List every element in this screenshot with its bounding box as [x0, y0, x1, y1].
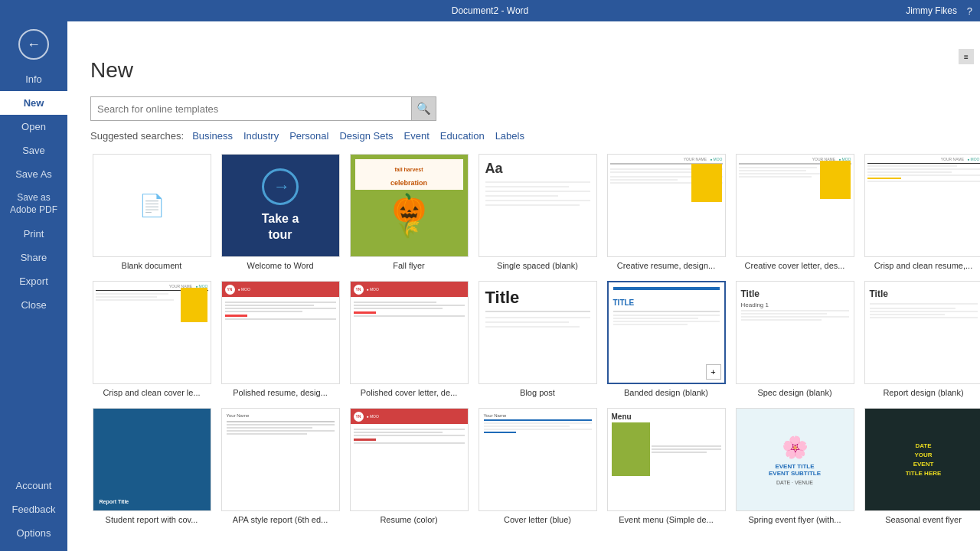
back-button[interactable]: ←: [18, 29, 49, 60]
template-event-menu-label: Event menu (Simple de...: [619, 515, 714, 524]
template-spring-event[interactable]: 🌸 EVENT TITLEEVENT SUBTITLE DATE · VENUE…: [733, 408, 856, 524]
template-creative-cover-label: Creative cover letter, des...: [745, 261, 845, 270]
template-grid: 📄 Blank document → Take atour Welcome to…: [90, 154, 957, 524]
sidebar-item-saveas[interactable]: Save As: [0, 162, 67, 186]
template-polished-cover-label: Polished cover letter, de...: [361, 388, 458, 397]
template-seasonal-flyer-label: Seasonal event flyer: [885, 515, 962, 524]
template-banded-label: Banded design (blank): [624, 388, 708, 397]
template-crisp-resume-label: Crisp and clean resume,...: [874, 261, 972, 270]
window-title: Document2 - Word: [452, 5, 528, 16]
template-creative-cover[interactable]: YOUR NAME ● MOO Creative cover letter, d…: [733, 154, 856, 270]
template-blog-label: Blog post: [520, 388, 555, 397]
template-blank-label: Blank document: [122, 261, 182, 270]
search-button[interactable]: 🔍: [412, 96, 436, 121]
template-polished-resume-label: Polished resume, desig...: [233, 388, 328, 397]
template-single-spaced[interactable]: Aa Single spaced (blank): [476, 154, 599, 270]
template-student-report[interactable]: Report Title Student report with cov...: [90, 408, 213, 524]
template-blog[interactable]: Title ≡ Blog post: [476, 281, 599, 397]
template-fall-label: Fall flyer: [393, 261, 425, 270]
help-button[interactable]: ?: [967, 5, 972, 17]
template-polished-cover[interactable]: YN ● MOO Polished cover letter, de...: [348, 281, 470, 397]
page-title: New: [90, 58, 957, 83]
template-report-design-label: Report design (blank): [883, 388, 963, 397]
sidebar-item-info[interactable]: Info: [0, 67, 67, 91]
tag-personal[interactable]: Personal: [287, 130, 331, 142]
template-event-menu[interactable]: Menu Event menu (Simple de...: [605, 408, 727, 524]
sidebar-item-open[interactable]: Open: [0, 115, 67, 139]
tag-education[interactable]: Education: [438, 130, 487, 142]
template-report-design[interactable]: Title Report design (blank): [862, 281, 980, 397]
template-resume-color[interactable]: YN ● MOO Resume (color): [348, 408, 470, 524]
tag-event[interactable]: Event: [402, 130, 432, 142]
template-spring-event-label: Spring event flyer (with...: [748, 515, 841, 524]
template-crisp-cover[interactable]: YOUR NAME ● MOO Crisp and clean cover le…: [90, 281, 213, 397]
sidebar-item-account[interactable]: Account: [0, 474, 67, 497]
sidebar-item-print[interactable]: Print: [0, 222, 67, 246]
sidebar-item-new[interactable]: New: [0, 91, 67, 115]
template-seasonal-flyer[interactable]: DATEYOUREVENTTITLE HERE Seasonal event f…: [862, 408, 980, 524]
tag-industry[interactable]: Industry: [241, 130, 281, 142]
template-polished-resume[interactable]: YN ● MOO Polished resume, desig...: [219, 281, 341, 397]
tag-designsets[interactable]: Design Sets: [337, 130, 395, 142]
template-blank[interactable]: 📄 Blank document: [90, 154, 213, 270]
suggested-label: Suggested searches:: [90, 130, 184, 142]
template-apa-label: APA style report (6th ed...: [233, 515, 328, 524]
template-spec-label: Spec design (blank): [757, 388, 831, 397]
template-apa[interactable]: Your Name APA style report (6th ed...: [219, 408, 341, 524]
template-creative-resume[interactable]: YOUR NAME ● MOO Creative resume, design.…: [605, 154, 727, 270]
template-tour-label: Welcome to Word: [247, 261, 313, 270]
search-input[interactable]: [90, 96, 412, 121]
template-crisp-resume[interactable]: YOUR NAME ● MOO Crisp and clean resume,.…: [862, 154, 980, 270]
tag-business[interactable]: Business: [190, 130, 235, 142]
template-cover-blue-label: Cover letter (blue): [504, 515, 571, 524]
template-spec[interactable]: Title Heading 1 Spec design (blank): [733, 281, 856, 397]
sidebar-item-feedback[interactable]: Feedback: [0, 497, 67, 521]
sidebar-item-saveaspdf[interactable]: Save as Adobe PDF: [0, 186, 67, 222]
sidebar-item-export[interactable]: Export: [0, 269, 67, 293]
sidebar-item-share[interactable]: Share: [0, 246, 67, 269]
template-fall[interactable]: fall harvest celebration 🎃 🌾 Fall flyer: [348, 154, 470, 270]
template-student-report-label: Student report with cov...: [106, 515, 198, 524]
template-single-spaced-label: Single spaced (blank): [497, 261, 578, 270]
template-banded[interactable]: TITLE + Banded design (blank): [605, 281, 727, 397]
user-name: Jimmy Fikes: [906, 5, 957, 16]
template-tour[interactable]: → Take atour Welcome to Word: [219, 154, 341, 270]
suggested-searches: Suggested searches: Business Industry Pe…: [90, 130, 957, 142]
sidebar-item-close[interactable]: Close: [0, 293, 67, 317]
sidebar-item-options[interactable]: Options: [0, 521, 67, 545]
template-crisp-cover-label: Crisp and clean cover le...: [103, 388, 200, 397]
template-resume-color-label: Resume (color): [380, 515, 437, 524]
tag-labels[interactable]: Labels: [493, 130, 527, 142]
template-cover-blue[interactable]: Your Name Cover letter (blue): [476, 408, 599, 524]
sidebar-item-save[interactable]: Save: [0, 139, 67, 162]
search-bar: 🔍: [90, 96, 957, 121]
template-creative-resume-label: Creative resume, design...: [617, 261, 715, 270]
